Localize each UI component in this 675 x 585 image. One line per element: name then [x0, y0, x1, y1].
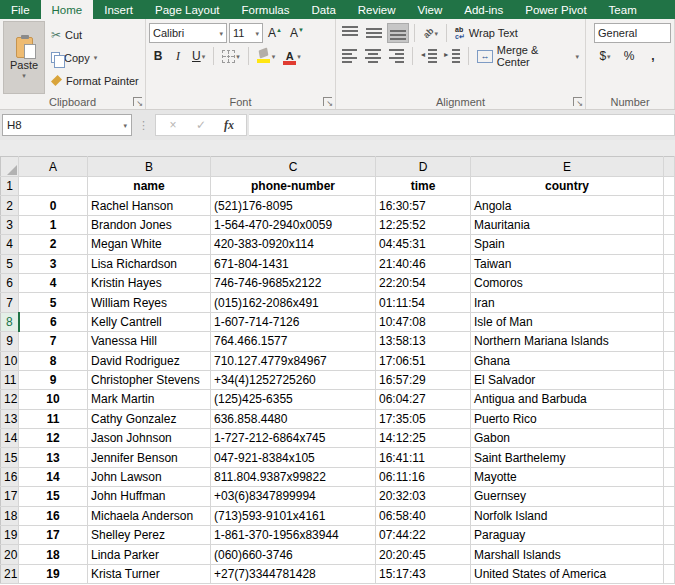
align-left-button[interactable]: [339, 46, 360, 66]
cell-time[interactable]: 12:25:52: [376, 215, 471, 234]
cell-name[interactable]: John Huffman: [88, 487, 211, 506]
cell-index[interactable]: 9: [19, 370, 88, 389]
cell-index[interactable]: 7: [19, 332, 88, 351]
increase-font-button[interactable]: A▲: [265, 23, 285, 43]
cell-country[interactable]: Iran: [471, 293, 664, 312]
cell-country[interactable]: Mayotte: [471, 467, 664, 486]
comma-format-button[interactable]: ,: [644, 46, 662, 66]
cell-time[interactable]: 06:04:27: [376, 390, 471, 409]
row-header-14[interactable]: 14: [1, 429, 19, 448]
cell-time[interactable]: 17:35:05: [376, 409, 471, 428]
cell-empty[interactable]: [664, 429, 675, 448]
cell-country[interactable]: Marshall Islands: [471, 545, 664, 564]
cell-country[interactable]: Angola: [471, 196, 664, 215]
cell-time[interactable]: 16:57:29: [376, 370, 471, 389]
tab-power-pivot[interactable]: Power Pivot: [514, 0, 597, 19]
cell-empty[interactable]: [664, 370, 675, 389]
cell-empty[interactable]: [664, 506, 675, 525]
cell-index[interactable]: 2: [19, 235, 88, 254]
cell-phone-number[interactable]: 047-921-8384x105: [211, 448, 376, 467]
tab-team[interactable]: Team: [598, 0, 648, 19]
cell-time[interactable]: 20:32:03: [376, 487, 471, 506]
cell-A1[interactable]: [19, 177, 88, 196]
cell-name[interactable]: Vanessa Hill: [88, 332, 211, 351]
cell-phone-number[interactable]: +34(4)1252725260: [211, 370, 376, 389]
orientation-button[interactable]: ab ▾: [420, 23, 441, 43]
cell-name[interactable]: Shelley Perez: [88, 526, 211, 545]
cell-name[interactable]: Krista Turner: [88, 564, 211, 583]
cell-name[interactable]: Linda Parker: [88, 545, 211, 564]
column-header-A[interactable]: A: [19, 157, 88, 177]
decrease-indent-button[interactable]: ◄: [418, 46, 439, 66]
cell-empty[interactable]: [664, 235, 675, 254]
tab-data[interactable]: Data: [301, 0, 347, 19]
font-dialog-launcher[interactable]: ↘: [323, 97, 332, 106]
cell-country[interactable]: El Salvador: [471, 370, 664, 389]
cell-phone-number[interactable]: 1-607-714-7126: [211, 312, 376, 331]
cell-phone-number[interactable]: 811.804.9387x99822: [211, 467, 376, 486]
tab-view[interactable]: View: [407, 0, 454, 19]
align-bottom-button[interactable]: [387, 23, 409, 43]
row-header-9[interactable]: 9: [1, 332, 19, 351]
cell-empty[interactable]: [664, 390, 675, 409]
cell-name[interactable]: Michaela Anderson: [88, 506, 211, 525]
tab-insert[interactable]: Insert: [93, 0, 144, 19]
row-header-18[interactable]: 18: [1, 506, 19, 525]
cell-index[interactable]: 8: [19, 351, 88, 370]
cell-index[interactable]: 6: [19, 312, 88, 331]
cell-phone-number[interactable]: 1-861-370-1956x83944: [211, 526, 376, 545]
cell-index[interactable]: 12: [19, 429, 88, 448]
cell-name[interactable]: David Rodriguez: [88, 351, 211, 370]
cell-phone-number[interactable]: 636.858.4480: [211, 409, 376, 428]
column-header-C[interactable]: C: [211, 157, 376, 177]
cell-country[interactable]: Gabon: [471, 429, 664, 448]
underline-dropdown-icon[interactable]: ▾: [202, 53, 206, 60]
percent-format-button[interactable]: %: [620, 46, 638, 66]
cell-index[interactable]: 19: [19, 564, 88, 583]
cell-country[interactable]: Saint Barthelemy: [471, 448, 664, 467]
cell-index[interactable]: 18: [19, 545, 88, 564]
cell-phone-number[interactable]: 1-727-212-6864x745: [211, 429, 376, 448]
align-middle-button[interactable]: [363, 23, 385, 43]
row-header-13[interactable]: 13: [1, 409, 19, 428]
cell-phone-number[interactable]: 764.466.1577: [211, 332, 376, 351]
row-header-8[interactable]: 8: [1, 312, 19, 331]
borders-dropdown-icon[interactable]: ▾: [236, 53, 240, 60]
font-color-dropdown-icon[interactable]: ▾: [297, 53, 301, 60]
cell-time[interactable]: 06:11:16: [376, 467, 471, 486]
clipboard-dialog-launcher[interactable]: ↘: [133, 97, 142, 106]
italic-button[interactable]: I: [169, 46, 187, 66]
cell-name[interactable]: Rachel Hanson: [88, 196, 211, 215]
cell-time[interactable]: 17:06:51: [376, 351, 471, 370]
cell-index[interactable]: 17: [19, 526, 88, 545]
cell-empty[interactable]: [664, 467, 675, 486]
font-color-button[interactable]: A ▾: [280, 46, 304, 66]
cell-time[interactable]: 21:40:46: [376, 254, 471, 273]
wrap-text-button[interactable]: abc↵ Wrap Text: [452, 23, 521, 43]
align-top-button[interactable]: [339, 23, 361, 43]
cell-phone-number[interactable]: 1-564-470-2940x0059: [211, 215, 376, 234]
cell-index[interactable]: 0: [19, 196, 88, 215]
cell-country[interactable]: Ghana: [471, 351, 664, 370]
header-cell-country[interactable]: country: [471, 177, 664, 196]
tab-formulas[interactable]: Formulas: [231, 0, 301, 19]
cell-phone-number[interactable]: (713)593-9101x4161: [211, 506, 376, 525]
cell-phone-number[interactable]: (521)176-8095: [211, 196, 376, 215]
tab-review[interactable]: Review: [347, 0, 407, 19]
row-header-1[interactable]: 1: [1, 177, 19, 196]
column-header-B[interactable]: B: [88, 157, 211, 177]
cell-index[interactable]: 10: [19, 390, 88, 409]
header-cell-time[interactable]: time: [376, 177, 471, 196]
cell-phone-number[interactable]: 710.127.4779x84967: [211, 351, 376, 370]
cell-index[interactable]: 14: [19, 467, 88, 486]
cell-empty[interactable]: [664, 215, 675, 234]
row-header-20[interactable]: 20: [1, 545, 19, 564]
decrease-font-button[interactable]: A▼: [287, 23, 307, 43]
header-cell-name[interactable]: name: [88, 177, 211, 196]
copy-dropdown-icon[interactable]: ▾: [94, 54, 98, 61]
merge-center-dropdown-icon[interactable]: ▾: [575, 53, 579, 60]
cell-phone-number[interactable]: 746-746-9685x2122: [211, 273, 376, 292]
cell-country[interactable]: Taiwan: [471, 254, 664, 273]
row-header-16[interactable]: 16: [1, 467, 19, 486]
tab-add-ins[interactable]: Add-ins: [453, 0, 514, 19]
